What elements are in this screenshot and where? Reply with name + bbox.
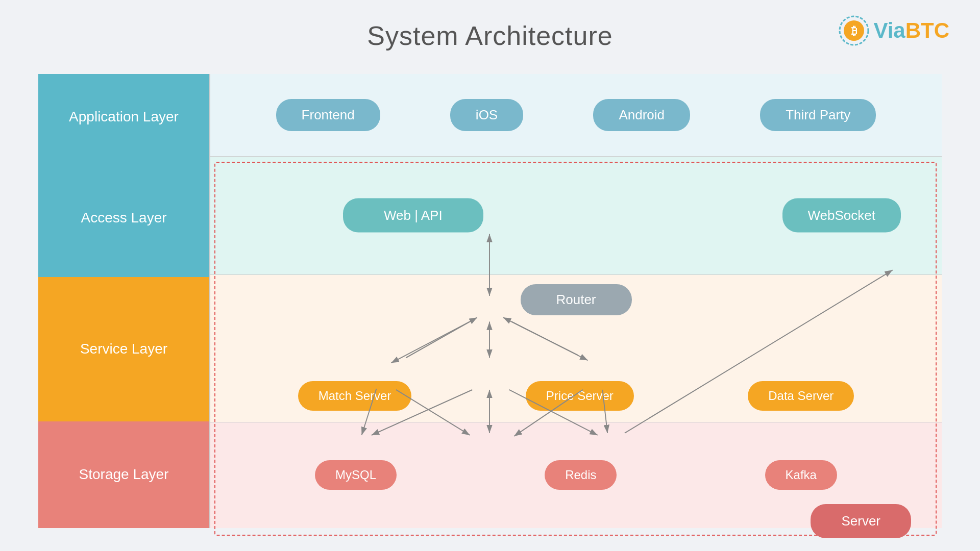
diagram: Application Layer Access Layer Service L… [38, 74, 942, 528]
service-layer-label: Service Layer [38, 277, 209, 421]
logo: ₿ ViaBTC [839, 15, 949, 46]
server-pill: Server [811, 504, 911, 538]
third-party-pill: Third Party [760, 99, 876, 131]
logo-text: ViaBTC [873, 18, 949, 43]
web-api-pill: Web | API [343, 198, 483, 233]
access-layer-row: Web | API WebSocket [209, 157, 942, 274]
content-column: Frontend iOS Android Third Party Web | A… [209, 74, 942, 528]
router-pill: Router [520, 284, 631, 315]
page-container: System Architecture ₿ ViaBTC Application… [0, 0, 980, 551]
redis-pill: Redis [545, 460, 617, 490]
price-server-pill: Price Server [526, 381, 634, 411]
svg-text:₿: ₿ [851, 24, 857, 37]
service-layer-row: Router Match Server Price Server Data Se… [209, 275, 942, 422]
layers-column: Application Layer Access Layer Service L… [38, 74, 209, 528]
frontend-pill: Frontend [276, 99, 380, 131]
mysql-pill: MySQL [315, 460, 397, 490]
storage-layer-label: Storage Layer [38, 421, 209, 528]
service-inner: Router Match Server Price Server Data Se… [210, 275, 942, 422]
page-title: System Architecture [0, 0, 980, 51]
access-layer-label: Access Layer [38, 159, 209, 277]
viabtc-logo-icon: ₿ [839, 15, 869, 46]
android-pill: Android [593, 99, 690, 131]
application-layer-label: Application Layer [38, 74, 209, 159]
data-server-pill: Data Server [748, 381, 854, 411]
ios-pill: iOS [450, 99, 523, 131]
kafka-pill: Kafka [765, 460, 837, 490]
websocket-pill: WebSocket [782, 198, 901, 233]
match-server-pill: Match Server [298, 381, 412, 411]
application-layer-row: Frontend iOS Android Third Party [209, 74, 942, 157]
